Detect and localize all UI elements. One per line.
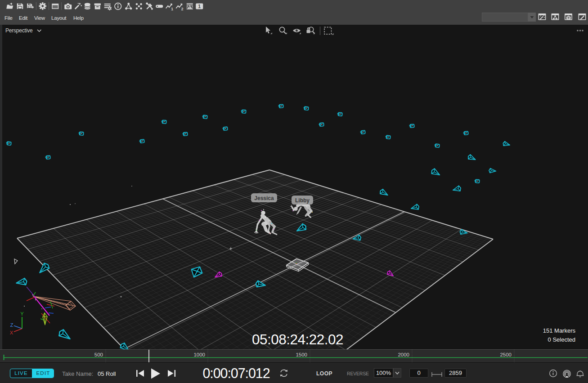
svg-text:1: 1 [198,4,201,9]
svg-text:Libby: Libby [295,197,310,204]
svg-text:151 Markers: 151 Markers [543,327,576,334]
svg-text:2: 2 [181,7,184,11]
svg-text:2000: 2000 [398,352,409,357]
svg-text:X: X [10,330,13,335]
svg-text:05:08:24:22.02: 05:08:24:22.02 [252,331,343,347]
svg-text:0 Selected: 0 Selected [548,336,575,343]
svg-text:500: 500 [94,352,103,357]
svg-text:Y: Y [20,311,24,316]
svg-text:Z: Z [10,322,13,328]
svg-text:Perspective: Perspective [5,27,33,34]
svg-text:1: 1 [171,7,173,11]
svg-text:Jessica: Jessica [254,195,274,201]
svg-text:2500: 2500 [500,352,512,357]
svg-text:1000: 1000 [193,352,205,357]
svg-text:1500: 1500 [296,352,307,357]
